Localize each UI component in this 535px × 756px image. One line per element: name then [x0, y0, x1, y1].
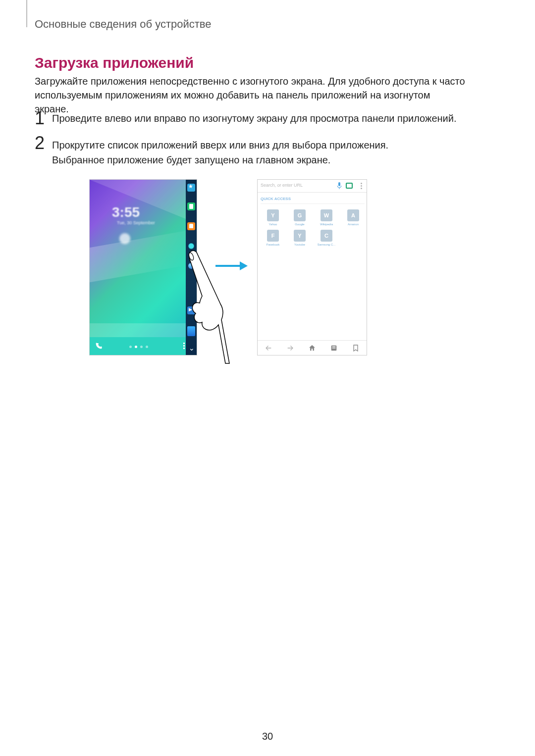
- svg-rect-5: [332, 348, 336, 348]
- phone-home-screenshot: 3:55 Tue, 30 September: [89, 179, 197, 355]
- phone-icon: [95, 342, 103, 350]
- quick-tile: WWikipedia: [317, 209, 336, 226]
- step-text-1: Проведите влево или вправо по изогнутому…: [52, 113, 463, 124]
- intro-paragraph: Загружайте приложения непосредственно с …: [35, 74, 466, 116]
- step-number-2: 2: [35, 133, 45, 153]
- mic-icon: [337, 182, 342, 189]
- edge-panel: [186, 180, 197, 355]
- contact-icon: [187, 222, 195, 230]
- forward-icon: [286, 344, 294, 352]
- play-icon: [187, 306, 195, 314]
- expand-icon: [187, 346, 195, 354]
- quick-tile: YYahoo: [264, 209, 282, 226]
- bookmark-icon: [352, 344, 360, 352]
- step-text-2: Прокрутите список приложений вверх или в…: [52, 138, 463, 152]
- browser-screenshot: Search, or enter URL QUICK ACCESS YYahoo…: [257, 179, 367, 355]
- quick-access-grid: YYahoo GGoogle WWikipedia AAmazon FFaceb…: [264, 209, 363, 250]
- step-text-2b: Выбранное приложение будет запущено на г…: [52, 154, 463, 166]
- home-icon: [308, 344, 316, 352]
- clock-time: 3:55: [112, 204, 140, 220]
- svg-rect-4: [332, 346, 336, 347]
- svg-rect-1: [338, 182, 340, 186]
- swipe-arrow-icon: [215, 262, 248, 269]
- more-icon: [361, 182, 363, 190]
- quick-access-label: QUICK ACCESS: [261, 197, 291, 201]
- url-placeholder: Search, or enter URL: [261, 183, 303, 188]
- quick-tile: YYoutube: [290, 230, 309, 246]
- breadcrumb: Основные сведения об устройстве: [35, 18, 212, 31]
- quick-tile: CSamsung C...: [317, 230, 336, 246]
- quick-tile: AAmazon: [344, 209, 363, 226]
- tabs-icon: [346, 183, 353, 189]
- browser-bottom-nav: [258, 340, 367, 355]
- store-icon: [187, 326, 195, 336]
- quick-tile: GGoogle: [290, 209, 309, 226]
- book-icon: [187, 202, 195, 210]
- search-bar: [90, 323, 187, 337]
- saved-icon: [330, 344, 338, 352]
- page-number: 30: [0, 731, 535, 742]
- header-divider: [26, 0, 27, 27]
- star-icon: [187, 184, 195, 192]
- figure: 3:55 Tue, 30 September: [89, 179, 372, 357]
- weather-icon: [187, 242, 195, 250]
- page-indicator: [129, 346, 149, 349]
- divider: [261, 203, 365, 204]
- browser-toolbar: Search, or enter URL: [258, 180, 367, 193]
- back-icon: [265, 344, 272, 352]
- quick-tile: FFacebook: [264, 230, 282, 246]
- step-number-1: 1: [35, 108, 45, 129]
- clock-date: Tue, 30 September: [117, 220, 155, 225]
- section-title: Загрузка приложений: [35, 54, 194, 71]
- weather-icon: [119, 233, 130, 244]
- globe-icon: [187, 262, 195, 270]
